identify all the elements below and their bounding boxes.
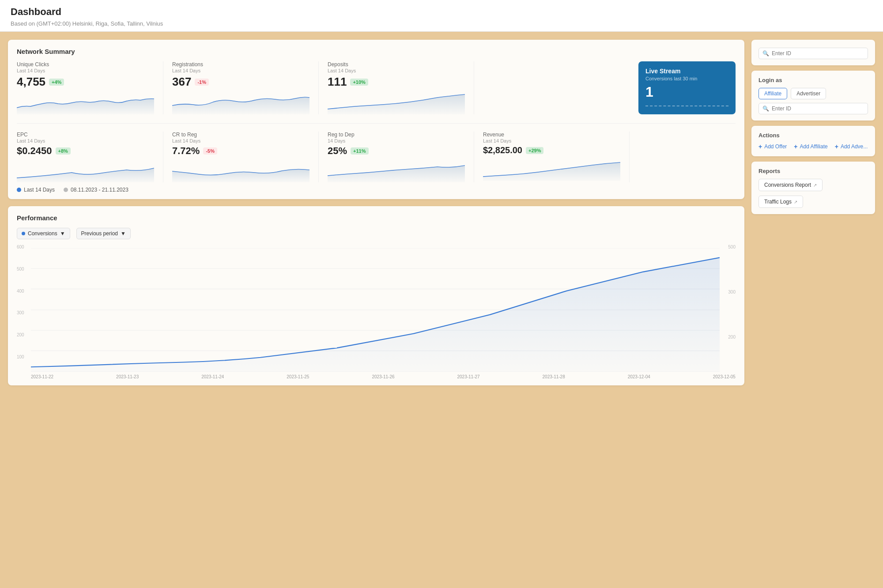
legend-item-previous: 08.11.2023 - 21.11.2023 xyxy=(64,187,128,193)
header: Dashboard Based on (GMT+02:00) Helsinki,… xyxy=(0,0,883,32)
chevron-down-icon2: ▼ xyxy=(121,230,126,237)
legend-dot-current xyxy=(17,188,21,192)
metric-epc: EPC Last 14 Days $0.2450 +8% xyxy=(17,132,163,182)
metric-registrations: Registrations Last 14 Days 367 -1% xyxy=(172,61,319,114)
performance-header: Conversions ▼ Previous period ▼ xyxy=(17,228,736,239)
metrics-row1: Unique Clicks Last 14 Days 4,755 +4% xyxy=(17,61,736,114)
search-icon: 🔍 xyxy=(762,50,769,57)
performance-card: Performance Conversions ▼ Previous perio… xyxy=(8,206,744,385)
header-subtitle: Based on (GMT+02:00) Helsinki, Riga, Sof… xyxy=(11,20,872,27)
x-axis-labels: 2023-11-22 2023-11-23 2023-11-24 2023-11… xyxy=(17,374,736,379)
unique-clicks-badge: +4% xyxy=(49,79,64,86)
conversions-dropdown[interactable]: Conversions ▼ xyxy=(17,228,70,239)
live-stream-card: Live Stream Conversions last 30 min 1 xyxy=(638,61,736,114)
unique-clicks-value: 4,755 xyxy=(17,75,45,89)
affiliate-login-button[interactable]: Affiliate xyxy=(758,88,787,99)
reports-section: Reports Conversions Report ↗ Traffic Log… xyxy=(751,162,875,214)
login-enter-id-row: 🔍 xyxy=(758,103,868,114)
cr-reg-badge: -5% xyxy=(203,147,217,155)
legend-item-current: Last 14 Days xyxy=(17,187,55,193)
registrations-chart xyxy=(172,92,309,114)
conversions-dot xyxy=(22,232,25,235)
chevron-down-icon: ▼ xyxy=(60,230,65,237)
registrations-value: 367 xyxy=(172,75,191,89)
advertiser-login-button[interactable]: Advertiser xyxy=(791,88,826,99)
actions-title: Actions xyxy=(758,132,868,139)
login-enter-id-input[interactable] xyxy=(772,106,864,112)
login-as-buttons: Affiliate Advertiser xyxy=(758,88,868,99)
legend-dot-previous xyxy=(64,188,68,192)
metric-deposits: Deposits Last 14 Days 111 +10% xyxy=(328,61,474,114)
chart-legend: Last 14 Days 08.11.2023 - 21.11.2023 xyxy=(17,187,736,193)
revenue-chart xyxy=(483,159,620,181)
revenue-value: $2,825.00 xyxy=(483,145,522,155)
actions-section: Actions + Add Offer + Add Affiliate + Ad xyxy=(751,126,875,156)
y-axis-left: 600 500 400 300 200 100 xyxy=(17,245,31,368)
network-summary-card: Network Summary Unique Clicks Last 14 Da… xyxy=(8,40,744,199)
add-offer-plus-icon: + xyxy=(758,143,762,150)
add-affiliate-plus-icon: + xyxy=(794,143,797,150)
live-stream-divider xyxy=(645,106,728,106)
traffic-logs-link[interactable]: Traffic Logs ↗ xyxy=(758,196,803,208)
deposits-chart xyxy=(328,92,465,114)
deposits-value: 111 xyxy=(328,75,347,89)
epc-value: $0.2450 xyxy=(17,145,52,157)
unique-clicks-chart xyxy=(17,92,154,114)
deposits-badge: +10% xyxy=(350,79,368,86)
live-stream-title: Live Stream xyxy=(645,68,728,75)
live-stream-value: 1 xyxy=(645,84,728,100)
registrations-badge: -1% xyxy=(195,79,209,86)
metric-cr-to-reg: CR to Reg Last 14 Days 7.72% -5% xyxy=(172,132,319,182)
live-stream-subtitle: Conversions last 30 min xyxy=(645,76,728,81)
login-as-section: Login as Affiliate Advertiser 🔍 xyxy=(751,71,875,121)
epc-badge: +8% xyxy=(56,147,71,155)
enter-id-section: 🔍 xyxy=(751,40,875,65)
add-offer-button[interactable]: + Add Offer xyxy=(758,143,787,150)
metric-unique-clicks: Unique Clicks Last 14 Days 4,755 +4% xyxy=(17,61,163,114)
reports-row: Conversions Report ↗ Traffic Logs ↗ xyxy=(758,179,868,208)
add-advertiser-plus-icon: + xyxy=(835,143,838,150)
enter-id-input[interactable] xyxy=(772,50,864,57)
login-as-title: Login as xyxy=(758,77,868,83)
network-summary-title: Network Summary xyxy=(17,48,736,55)
reg-dep-badge: +11% xyxy=(351,147,368,155)
actions-row: + Add Offer + Add Affiliate + Add Adve..… xyxy=(758,143,868,150)
performance-title: Performance xyxy=(17,214,736,222)
page-title: Dashboard xyxy=(11,6,872,18)
search-icon2: 🔍 xyxy=(762,106,769,112)
period-dropdown[interactable]: Previous period ▼ xyxy=(76,228,131,239)
reports-title: Reports xyxy=(758,168,868,174)
metrics-row2: EPC Last 14 Days $0.2450 +8% xyxy=(17,123,736,182)
right-sidebar: 🔍 Login as Affiliate Advertiser 🔍 xyxy=(751,40,875,385)
cr-reg-chart xyxy=(172,160,309,182)
add-affiliate-button[interactable]: + Add Affiliate xyxy=(794,143,827,150)
enter-id-search-row: 🔍 xyxy=(758,48,868,59)
epc-chart xyxy=(17,160,154,182)
external-link-icon: ↗ xyxy=(813,183,817,188)
metric-revenue: Revenue Last 14 Days $2,825.00 +29% xyxy=(483,132,630,182)
add-advertiser-button[interactable]: + Add Adve... xyxy=(835,143,868,150)
revenue-badge: +29% xyxy=(526,147,543,154)
performance-chart xyxy=(31,248,720,372)
cr-reg-value: 7.72% xyxy=(172,145,200,157)
conversions-report-link[interactable]: Conversions Report ↗ xyxy=(758,179,823,191)
y-axis-right: 500 300 200 xyxy=(720,245,736,368)
metrics-row2-spacer xyxy=(638,132,736,182)
external-link-icon2: ↗ xyxy=(794,200,797,204)
metric-reg-to-dep: Reg to Dep 14 Days 25% +11% xyxy=(328,132,474,182)
reg-dep-chart xyxy=(328,160,465,182)
reg-dep-value: 25% xyxy=(328,145,347,157)
